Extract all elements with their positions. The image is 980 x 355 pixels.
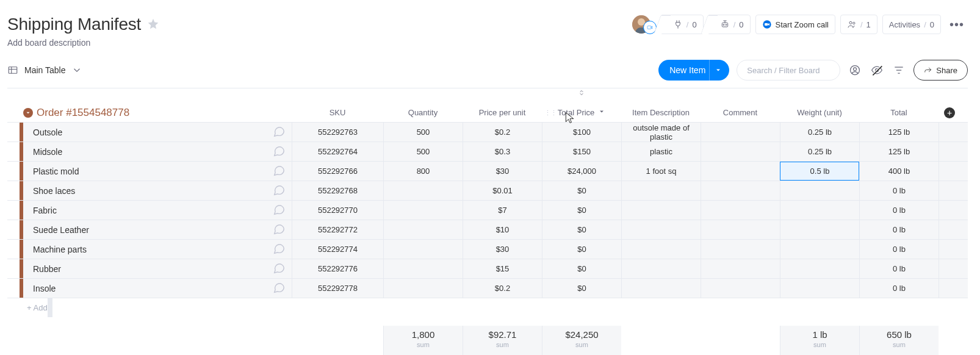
table-row[interactable]: Rubber552292776$15$00 lb [7, 259, 968, 278]
cell[interactable]: plastic [621, 142, 701, 161]
chat-icon[interactable] [272, 222, 286, 237]
cell[interactable] [701, 123, 780, 142]
cell[interactable]: 552292774 [292, 240, 383, 259]
add-column-button[interactable]: + [939, 107, 960, 118]
cell[interactable]: 552292778 [292, 279, 383, 298]
activities-chip[interactable]: Activities /0 [882, 15, 941, 34]
cell[interactable] [780, 220, 859, 239]
column-header-price-per-unit[interactable]: Price per unit [463, 103, 542, 122]
automations-chip[interactable]: /0 [708, 15, 751, 34]
cell[interactable]: 552292764 [292, 142, 383, 161]
chat-icon[interactable] [272, 124, 286, 140]
item-name[interactable]: Fabric [33, 206, 57, 215]
table-row[interactable]: Fabric552292770$7$00 lb [7, 200, 968, 220]
cell[interactable]: 1 foot sq [621, 162, 701, 181]
cell[interactable]: 552292768 [292, 181, 383, 200]
integrations-chip[interactable]: /0 [661, 15, 704, 34]
cell[interactable]: 0 lb [859, 220, 939, 239]
cell[interactable]: 500 [383, 123, 463, 142]
cell[interactable]: 125 lb [859, 142, 939, 161]
cell[interactable]: 0 lb [859, 279, 939, 298]
item-name[interactable]: Insole [33, 284, 56, 293]
cell[interactable]: $10 [463, 220, 542, 239]
hide-columns-button[interactable] [870, 63, 884, 77]
cell[interactable] [701, 279, 780, 298]
cell[interactable]: 500 [383, 142, 463, 161]
cell[interactable]: $0 [542, 201, 621, 220]
table-row[interactable]: Machine parts552292774$30$00 lb [7, 239, 968, 259]
cell[interactable]: 0.25 lb [780, 142, 859, 161]
cell[interactable] [701, 220, 780, 239]
board-title[interactable]: Shipping Manifest [7, 15, 141, 34]
person-filter-button[interactable] [848, 63, 862, 77]
board-description[interactable]: Add board description [7, 38, 159, 48]
new-item-button[interactable]: New Item [658, 60, 729, 81]
cell[interactable] [780, 181, 859, 200]
cell[interactable]: 400 lb [859, 162, 939, 181]
cell[interactable]: 800 [383, 162, 463, 181]
cell[interactable] [780, 201, 859, 220]
cell[interactable] [383, 181, 463, 200]
cell[interactable]: $0.3 [463, 142, 542, 161]
cell[interactable]: $30 [463, 162, 542, 181]
cell[interactable]: 0.5 lb [780, 162, 859, 181]
cell[interactable] [383, 220, 463, 239]
column-header-item-description[interactable]: Item Description [621, 103, 701, 122]
cell[interactable] [701, 142, 780, 161]
cell[interactable]: 552292770 [292, 201, 383, 220]
cell[interactable] [780, 279, 859, 298]
cell[interactable]: 552292766 [292, 162, 383, 181]
item-name[interactable]: Midsole [33, 147, 62, 157]
cell[interactable] [701, 240, 780, 259]
cell[interactable]: $0 [542, 279, 621, 298]
cell[interactable]: $150 [542, 142, 621, 161]
chat-icon[interactable] [272, 183, 286, 198]
cell[interactable]: 0 lb [859, 181, 939, 200]
cell[interactable]: $0.2 [463, 279, 542, 298]
cell[interactable] [780, 259, 859, 278]
cell[interactable]: $24,000 [542, 162, 621, 181]
chat-icon[interactable] [272, 261, 286, 276]
table-row[interactable]: Insole552292778$0.2$00 lb [7, 278, 968, 298]
new-item-dropdown[interactable] [709, 60, 729, 81]
column-header-total[interactable]: Total [859, 103, 939, 122]
table-row[interactable]: Outsole552292763500$0.2$100outsole made … [7, 122, 968, 142]
cell[interactable] [701, 162, 780, 181]
item-name[interactable]: Plastic mold [33, 167, 79, 176]
table-row[interactable]: Plastic mold552292766800$30$24,0001 foot… [7, 161, 968, 181]
add-item-row[interactable]: + Add [7, 298, 968, 317]
cell[interactable]: 552292763 [292, 123, 383, 142]
cell[interactable]: 125 lb [859, 123, 939, 142]
cell[interactable]: $0 [542, 220, 621, 239]
table-row[interactable]: Suede Leather552292772$10$00 lb [7, 220, 968, 239]
table-row[interactable]: Midsole552292764500$0.3$150plastic0.25 l… [7, 142, 968, 161]
cell[interactable]: 0 lb [859, 240, 939, 259]
chat-icon[interactable] [272, 144, 286, 159]
column-sort-icon[interactable] [577, 88, 586, 99]
item-name[interactable]: Outsole [33, 127, 62, 137]
item-name[interactable]: Rubber [33, 264, 61, 274]
chat-icon[interactable] [272, 242, 286, 257]
chat-icon[interactable] [272, 281, 286, 296]
board-owner-avatar[interactable] [632, 15, 657, 34]
favorite-star-icon[interactable] [147, 18, 159, 32]
column-header-total-price[interactable]: ⋮⋮ Total Price [542, 103, 621, 122]
cell[interactable] [701, 259, 780, 278]
cell[interactable]: $0 [542, 259, 621, 278]
cell[interactable]: 552292772 [292, 220, 383, 239]
cell[interactable] [621, 279, 701, 298]
column-header-sku[interactable]: SKU [292, 103, 383, 122]
item-name[interactable]: Machine parts [33, 245, 87, 254]
column-header-weight[interactable]: Weight (unit) [780, 103, 859, 122]
cell[interactable] [383, 201, 463, 220]
cell[interactable]: $0 [542, 240, 621, 259]
column-header-comment[interactable]: Comment [701, 103, 780, 122]
share-button[interactable]: Share [913, 60, 968, 81]
drag-handle-icon[interactable]: ⋮⋮ [544, 109, 557, 117]
table-row[interactable]: Shoe laces552292768$0.01$00 lb [7, 181, 968, 200]
column-header-quantity[interactable]: Quantity [383, 103, 463, 122]
cell[interactable]: $0 [542, 181, 621, 200]
item-name[interactable]: Suede Leather [33, 225, 89, 235]
cell[interactable] [621, 240, 701, 259]
zoom-call-button[interactable]: Start Zoom call [755, 15, 835, 34]
